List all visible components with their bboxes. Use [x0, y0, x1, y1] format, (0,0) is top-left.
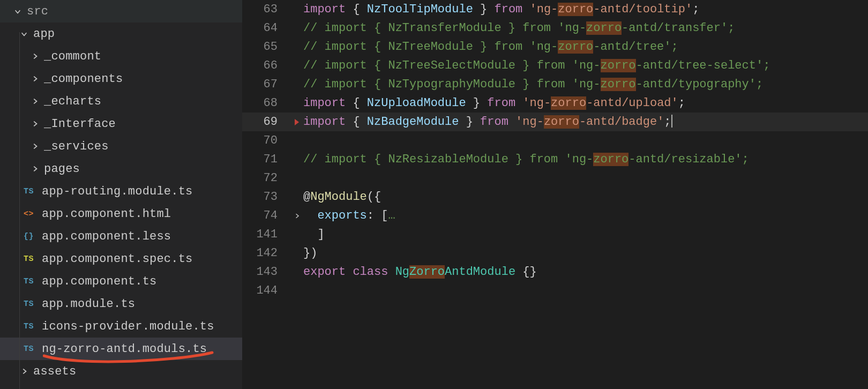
- file-explorer[interactable]: src app _commont_components_echarts_Inte…: [0, 0, 242, 389]
- token: -antd/typography';: [636, 78, 764, 91]
- code-line[interactable]: 142}): [242, 244, 868, 263]
- token: zorro: [551, 96, 586, 110]
- file-label: app.module.ts: [42, 297, 135, 311]
- chevron-right-icon: [29, 120, 41, 128]
- code-line[interactable]: 72: [242, 169, 868, 188]
- folder-_Interface[interactable]: _Interface: [0, 113, 242, 135]
- file-app.component.less[interactable]: {}app.component.less: [0, 225, 242, 248]
- code-content[interactable]: exports: […: [303, 206, 395, 225]
- file-label: icons-provider.module.ts: [42, 320, 214, 333]
- folder-label: pages: [44, 162, 80, 176]
- code-content[interactable]: }): [303, 244, 317, 263]
- folder-label: _services: [44, 140, 109, 153]
- token: zorro: [601, 78, 636, 91]
- code-line[interactable]: 74 exports: […: [242, 206, 868, 225]
- file-ng-zorro-antd.moduls.ts[interactable]: TSng-zorro-antd.moduls.ts: [0, 338, 242, 360]
- code-line[interactable]: 68import { NzUploadModule } from 'ng-zor…: [242, 94, 868, 113]
- folder-_commont[interactable]: _commont: [0, 45, 242, 68]
- file-label: ng-zorro-antd.moduls.ts: [42, 342, 207, 356]
- folder-src[interactable]: src: [0, 0, 242, 23]
- line-number: 144: [242, 281, 290, 300]
- folder-label: assets: [33, 365, 76, 378]
- folder-_services[interactable]: _services: [0, 135, 242, 158]
- code-content[interactable]: import { NzBadgeModule } from 'ng-zorro-…: [303, 113, 672, 131]
- code-line[interactable]: 141 ]: [242, 225, 868, 244]
- file-type-icon: TS: [24, 255, 39, 264]
- code-line[interactable]: 63import { NzToolTipModule } from 'ng-zo…: [242, 0, 868, 19]
- file-app-routing.module.ts[interactable]: TSapp-routing.module.ts: [0, 180, 242, 203]
- token: from: [480, 115, 508, 129]
- file-label: app.component.html: [42, 207, 171, 221]
- token: zorro: [593, 153, 628, 166]
- file-icons-provider.module.ts[interactable]: TSicons-provider.module.ts: [0, 315, 242, 338]
- line-number: 142: [242, 244, 290, 263]
- code-content[interactable]: export class NgZorroAntdModule {}: [303, 263, 537, 281]
- line-number: 143: [242, 263, 290, 281]
- code-line[interactable]: 143export class NgZorroAntdModule {}: [242, 263, 868, 281]
- token: }: [459, 115, 480, 129]
- code-content[interactable]: // import { NzTypographyModule } from 'n…: [303, 75, 763, 94]
- token: AntdModule: [445, 265, 515, 279]
- code-content[interactable]: @NgModule({: [303, 188, 381, 206]
- code-content[interactable]: import { NzUploadModule } from 'ng-zorro…: [303, 94, 685, 113]
- token: // import { NzTreeSelectModule } from 'n…: [303, 59, 601, 72]
- line-number: 141: [242, 225, 290, 244]
- app-root: src app _commont_components_echarts_Inte…: [0, 0, 868, 389]
- line-number: 65: [242, 38, 290, 56]
- chevron-down-icon: [14, 5, 21, 17]
- folder-label: _Interface: [44, 117, 116, 131]
- code-line[interactable]: 65// import { NzTreeModule } from 'ng-zo…: [242, 38, 868, 56]
- code-line[interactable]: 69import { NzBadgeModule } from 'ng-zorr…: [242, 113, 868, 131]
- file-app.component.ts[interactable]: TSapp.component.ts: [0, 270, 242, 293]
- chevron-down-icon: [20, 28, 28, 40]
- folder-pages[interactable]: pages: [0, 158, 242, 180]
- code-content[interactable]: // import { NzTreeSelectModule } from 'n…: [303, 56, 770, 75]
- token: // import { NzResizableModule } from 'ng…: [303, 153, 593, 166]
- token: NgModule: [310, 190, 367, 204]
- token: -antd/transfer';: [622, 21, 735, 35]
- folder-assets[interactable]: assets: [0, 360, 242, 383]
- line-number: 68: [242, 94, 290, 113]
- code-content[interactable]: // import { NzTransferModule } from 'ng-…: [303, 19, 735, 38]
- token: ;: [678, 96, 685, 110]
- code-content[interactable]: import { NzToolTipModule } from 'ng-zorr…: [303, 0, 699, 19]
- folder-app[interactable]: app: [0, 23, 242, 45]
- file-type-icon: TS: [24, 277, 39, 286]
- file-app.component.spec.ts[interactable]: TSapp.component.spec.ts: [0, 248, 242, 270]
- token: [522, 3, 529, 16]
- code-line[interactable]: 64// import { NzTransferModule } from 'n…: [242, 19, 868, 38]
- folder-_components[interactable]: _components: [0, 68, 242, 90]
- code-editor[interactable]: 63import { NzToolTipModule } from 'ng-zo…: [242, 0, 868, 389]
- token: // import { NzTypographyModule } from 'n…: [303, 78, 601, 91]
- line-number: 64: [242, 19, 290, 38]
- code-line[interactable]: 66// import { NzTreeSelectModule } from …: [242, 56, 868, 75]
- token: import: [303, 96, 346, 110]
- token: {: [346, 115, 367, 129]
- file-app.module.ts[interactable]: TSapp.module.ts: [0, 293, 242, 315]
- code-line[interactable]: 70: [242, 131, 868, 150]
- file-type-icon: TS: [24, 345, 39, 354]
- code-line[interactable]: 73@NgModule({: [242, 188, 868, 206]
- code-line[interactable]: 67// import { NzTypographyModule } from …: [242, 75, 868, 94]
- file-type-icon: {}: [24, 232, 39, 241]
- file-app.component.html[interactable]: <>app.component.html: [0, 203, 242, 225]
- code-content[interactable]: // import { NzTreeModule } from 'ng-zorr…: [303, 38, 678, 56]
- folder-label: src: [27, 5, 48, 18]
- token: export: [303, 265, 346, 279]
- token: import: [303, 115, 346, 129]
- code-content[interactable]: // import { NzResizableModule } from 'ng…: [303, 150, 749, 169]
- folder-label: _components: [44, 72, 123, 86]
- code-content[interactable]: ]: [303, 225, 325, 244]
- file-label: app.component.spec.ts: [42, 252, 192, 266]
- token: @: [303, 190, 310, 204]
- token: 'ng-: [515, 115, 544, 129]
- chevron-right-icon: [29, 143, 41, 150]
- code-line[interactable]: 144: [242, 281, 868, 300]
- code-line[interactable]: 71// import { NzResizableModule } from '…: [242, 150, 868, 169]
- token: [303, 209, 317, 222]
- token: from: [487, 96, 515, 110]
- token: zorro: [586, 21, 622, 35]
- token: }: [466, 96, 488, 110]
- file-label: app.component.less: [42, 230, 171, 243]
- folder-_echarts[interactable]: _echarts: [0, 90, 242, 113]
